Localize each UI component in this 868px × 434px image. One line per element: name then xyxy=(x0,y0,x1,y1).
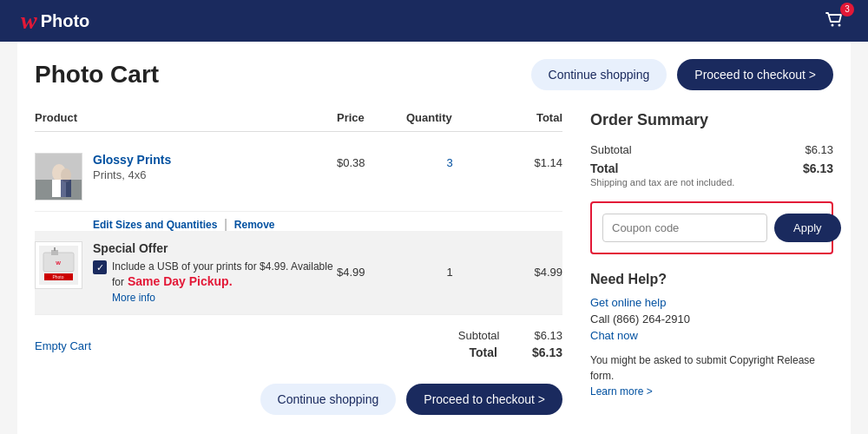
logo[interactable]: w Photo xyxy=(21,7,89,35)
need-help-section: Need Help? Get online help Call (866) 26… xyxy=(590,272,833,399)
cart-item-glossy-prints: Glossy Prints Prints, 4x6 $0.38 3 $1.14 … xyxy=(35,142,562,231)
special-offer-grid: W Photo Special Offer ✓ xyxy=(35,241,562,304)
special-offer-quantity: 1 xyxy=(406,241,493,279)
checkmark-icon: ✓ xyxy=(96,262,104,273)
more-info-link[interactable]: More info xyxy=(112,292,155,304)
summary-total-value: $6.13 xyxy=(803,161,833,175)
col-product: Product xyxy=(35,111,337,124)
subtotal-value: $6.13 xyxy=(534,329,562,342)
total-row: Total $6.13 xyxy=(458,345,562,359)
subtotal-row: Subtotal $6.13 xyxy=(458,329,562,342)
site-header: w Photo 3 xyxy=(0,0,868,42)
item-description: Prints, 4x6 xyxy=(93,168,171,181)
svg-point-0 xyxy=(832,23,834,26)
walgreens-w-icon: w xyxy=(21,7,37,35)
empty-cart-link[interactable]: Empty Cart xyxy=(35,339,91,352)
item-actions: Edit Sizes and Quantities | Remove xyxy=(35,217,562,231)
svg-rect-7 xyxy=(61,180,71,197)
continue-shopping-button-bottom[interactable]: Continue shopping xyxy=(260,384,397,415)
phone-text: Call (866) 264-2910 xyxy=(590,312,833,326)
content-layout: Product Price Quantity Total xyxy=(35,111,833,415)
summary-subtotal-row: Subtotal $6.13 xyxy=(590,143,833,156)
cart-footer: Empty Cart Subtotal $6.13 Total $6.13 xyxy=(35,315,562,370)
bottom-buttons: Continue shopping Proceed to checkout > xyxy=(35,370,562,415)
item-details: Glossy Prints Prints, 4x6 xyxy=(93,153,171,181)
order-summary: Order Summary Subtotal $6.13 Total $6.13… xyxy=(590,111,833,187)
cart-badge: 3 xyxy=(840,3,854,16)
continue-shopping-button-top[interactable]: Continue shopping xyxy=(531,59,667,90)
coupon-input[interactable] xyxy=(602,214,767,242)
right-column: Order Summary Subtotal $6.13 Total $6.13… xyxy=(590,111,833,415)
order-summary-title: Order Summary xyxy=(590,111,833,129)
subtotal-total-section: Subtotal $6.13 Total $6.13 xyxy=(458,329,562,363)
total-label: Total xyxy=(470,345,497,359)
summary-total-row: Total $6.13 xyxy=(590,161,833,175)
edit-sizes-link[interactable]: Edit Sizes and Quantities xyxy=(93,219,217,231)
special-offer-product: W Photo Special Offer ✓ xyxy=(35,241,337,304)
main-container: Photo Cart Continue shopping Proceed to … xyxy=(17,42,851,434)
page-header: Photo Cart Continue shopping Proceed to … xyxy=(35,59,833,90)
proceed-to-checkout-button-bottom[interactable]: Proceed to checkout > xyxy=(406,384,562,415)
total-value: $6.13 xyxy=(532,345,562,359)
special-offer-row: W Photo Special Offer ✓ xyxy=(35,231,562,315)
col-total: Total xyxy=(493,111,562,124)
col-quantity: Quantity xyxy=(406,111,493,124)
summary-subtotal-label: Subtotal xyxy=(590,143,632,156)
left-column: Product Price Quantity Total xyxy=(35,111,562,415)
col-price: Price xyxy=(337,111,406,124)
special-offer-total: $4.99 xyxy=(493,241,562,279)
special-offer-title: Special Offer xyxy=(93,241,337,255)
apply-coupon-button[interactable]: Apply xyxy=(774,214,841,242)
cart-item-row: Glossy Prints Prints, 4x6 $0.38 3 $1.14 xyxy=(35,142,562,212)
learn-more-link[interactable]: Learn more > xyxy=(590,385,653,398)
thumbnail-image xyxy=(36,154,82,201)
page-title: Photo Cart xyxy=(35,61,159,89)
usb-image: W Photo xyxy=(39,246,78,285)
header-action-buttons: Continue shopping Proceed to checkout > xyxy=(531,59,833,90)
item-price: $0.38 xyxy=(337,153,406,169)
special-offer-text: Include a USB of your prints for $4.99. … xyxy=(112,259,337,304)
special-offer-price: $4.99 xyxy=(337,241,406,279)
proceed-to-checkout-button-top[interactable]: Proceed to checkout > xyxy=(677,59,833,90)
svg-text:W: W xyxy=(56,260,61,266)
coupon-box: Apply xyxy=(590,201,833,254)
item-total: $1.14 xyxy=(493,153,562,169)
item-quantity: 3 xyxy=(406,153,493,169)
separator: | xyxy=(224,217,231,231)
item-product-cell: Glossy Prints Prints, 4x6 xyxy=(35,153,337,201)
summary-total-label: Total xyxy=(590,161,618,175)
copyright-text: You might be asked to submit Copyright R… xyxy=(590,354,815,382)
svg-text:Photo: Photo xyxy=(52,274,63,279)
shipping-note: Shipping and tax are not included. xyxy=(590,177,833,187)
chat-now-link[interactable]: Chat now xyxy=(590,329,833,342)
special-offer-checkbox[interactable]: ✓ xyxy=(93,260,107,274)
need-help-title: Need Help? xyxy=(590,272,833,287)
summary-subtotal-value: $6.13 xyxy=(805,143,833,156)
cart-icon-button[interactable]: 3 xyxy=(823,8,847,35)
remove-link[interactable]: Remove xyxy=(234,219,275,231)
svg-rect-11 xyxy=(54,247,56,251)
svg-point-1 xyxy=(838,23,841,26)
special-offer-details: Special Offer ✓ Include a USB of your pr… xyxy=(93,241,337,304)
usb-thumbnail: W Photo xyxy=(35,241,82,289)
header-photo-label: Photo xyxy=(41,11,90,31)
item-thumbnail xyxy=(35,153,82,201)
table-header: Product Price Quantity Total xyxy=(35,111,562,132)
copyright-note: You might be asked to submit Copyright R… xyxy=(590,352,833,399)
item-name: Glossy Prints xyxy=(93,153,171,167)
online-help-link[interactable]: Get online help xyxy=(590,296,833,309)
special-offer-checkbox-row: ✓ Include a USB of your prints for $4.99… xyxy=(93,259,337,304)
subtotal-label: Subtotal xyxy=(458,329,500,342)
same-day-text: Same Day Pickup. xyxy=(128,274,233,288)
